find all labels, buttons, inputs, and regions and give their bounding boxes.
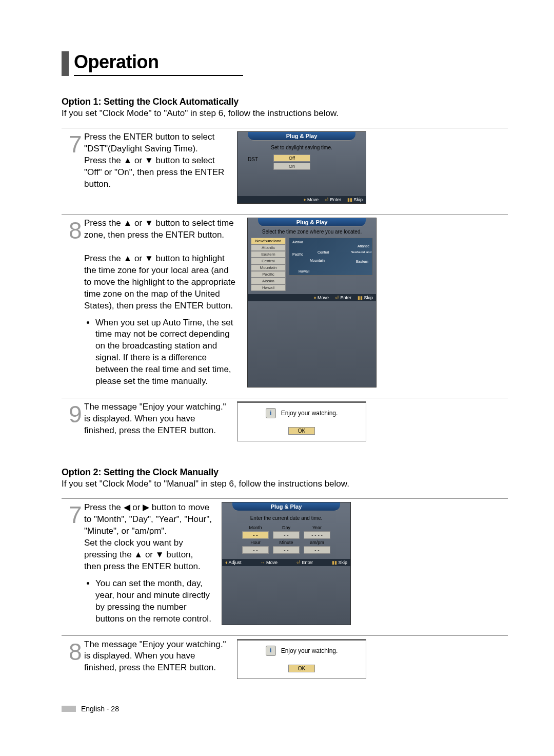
step8-p2: Press the ▲ or ▼ button to highlight the… [84,254,235,311]
osd-title: Plug & Play [248,132,355,141]
date-label-ampm: am/pm [304,540,330,545]
date-cell-ampm[interactable]: - - [304,546,330,554]
date-label-minute: Minute [273,540,300,545]
step-9: 9 The message "Enjoy your watching." is … [62,398,508,441]
move-icon: ♦ [304,197,306,202]
tz-item[interactable]: Eastern [251,251,286,258]
enter-icon: ⏎ [296,560,301,565]
osd-footer: ♦ Move ⏎ Enter ▮▮ Skip [238,196,366,203]
page-number: English - 28 [81,705,119,713]
move-icon: ↔ [261,560,265,565]
option2-sub: If you set "Clock Mode" to "Manual" in s… [62,479,508,489]
option1-heading: Option 1: Setting the Clock Automaticall… [62,96,508,107]
osd-prompt: Set to daylight saving time. [243,145,361,150]
info-icon: i [266,408,276,418]
step7b-p1: Press the ◀ or ▶ button to move to "Mont… [84,502,212,536]
enter-icon: ⏎ [335,295,339,300]
dst-label: DST [248,154,258,162]
title-accent [62,51,69,76]
adjust-icon: ♦ [225,560,228,565]
info-message: Enjoy your watching. [281,410,338,417]
tz-item[interactable]: Hawaii [251,284,286,291]
date-cell-hour[interactable]: - - [242,546,269,554]
step-number: 9 [69,401,84,441]
step7-p2: Press the ▲ or ▼ button to select "Off" … [84,156,224,189]
info-message: Enjoy your watching. [281,647,338,654]
skip-icon: ▮▮ [347,197,352,202]
date-cell-year[interactable]: - - - - [304,531,330,539]
step7-p1: Press the ENTER button to select "DST"(D… [84,132,214,153]
footer-tab [62,706,76,712]
step-7: 7 Press the ENTER button to select "DST"… [62,128,508,204]
option2-heading: Option 2: Setting the Clock Manually [62,467,508,478]
step-number: 8 [69,218,84,387]
page-footer: English - 28 [62,705,508,713]
skip-icon: ▮▮ [332,560,337,565]
tz-item[interactable]: Central [251,258,286,264]
date-cell-month[interactable]: - - [242,531,269,539]
osd-dst: Plug & Play Set to daylight saving time.… [237,131,366,204]
page-title-bar: Operation [62,51,508,76]
tz-item[interactable]: Alaska [251,278,286,284]
step-8b: 8 The message "Enjoy your watching." is … [62,635,508,679]
skip-icon: ▮▮ [358,295,363,300]
osd-title: Plug & Play [232,502,340,511]
step-7b: 7 Press the ◀ or ▶ button to move to "Mo… [62,498,508,625]
step-number: 7 [69,131,84,204]
dst-option-off[interactable]: Off [273,154,310,162]
date-cell-day[interactable]: - - [273,531,300,539]
step-number: 7 [69,502,84,625]
osd-datetime: Plug & Play Enter the current date and t… [222,502,351,625]
tz-item[interactable]: Atlantic [251,244,286,251]
info-dialog: i Enjoy your watching. OK [237,401,366,441]
timezone-list: Newfoundland Atlantic Eastern Central Mo… [251,238,286,291]
osd-timezone: Plug & Play Select the time zone where y… [247,218,377,387]
step8-p1: Press the ▲ or ▼ button to select time z… [84,218,234,240]
osd-prompt: Select the time zone where you are locat… [251,229,373,235]
step-text: The message "Enjoy your watching." is di… [84,639,237,679]
osd-title: Plug & Play [258,218,366,227]
info-icon: i [266,646,276,656]
info-dialog: i Enjoy your watching. OK [237,639,366,679]
date-label-year: Year [304,525,330,530]
step7b-p2: Set the clock you want by pressing the ▲… [84,538,201,571]
timezone-map: Alaska Pacific Central Mountain Atlantic… [289,238,373,276]
tz-item[interactable]: Pacific [251,271,286,278]
osd-footer: ♦ Adjust ↔ Move ⏎ Enter ▮▮ Skip [222,559,350,566]
step7b-note: You can set the month, day, year, hour a… [95,578,212,625]
step-text: The message "Enjoy your watching." is di… [84,401,237,441]
osd-footer: ♦ Move ⏎ Enter ▮▮ Skip [248,294,376,301]
date-label-day: Day [273,525,300,530]
osd-prompt: Enter the current date and time. [227,515,345,521]
step-text: Press the ENTER button to select "DST"(D… [84,131,237,204]
tz-item[interactable]: Newfoundland [251,238,286,244]
tz-item[interactable]: Mountain [251,264,286,271]
date-label-month: Month [242,525,269,530]
date-cell-minute[interactable]: - - [273,546,300,554]
step-8: 8 Press the ▲ or ▼ button to select time… [62,214,508,387]
option1-sub: If you set "Clock Mode" to "Auto" in ste… [62,108,508,119]
ok-button[interactable]: OK [288,665,315,672]
dst-option-on[interactable]: On [273,163,310,170]
ok-button[interactable]: OK [288,427,315,435]
enter-icon: ⏎ [325,197,329,202]
page-title: Operation [74,51,243,76]
step-text: Press the ▲ or ▼ button to select time z… [84,218,247,387]
step8-note: When you set up Auto Time, the set time … [95,317,238,388]
move-icon: ♦ [314,295,316,300]
step-text: Press the ◀ or ▶ button to move to "Mont… [84,502,222,625]
date-label-hour: Hour [242,540,269,545]
step-number: 8 [69,639,84,679]
